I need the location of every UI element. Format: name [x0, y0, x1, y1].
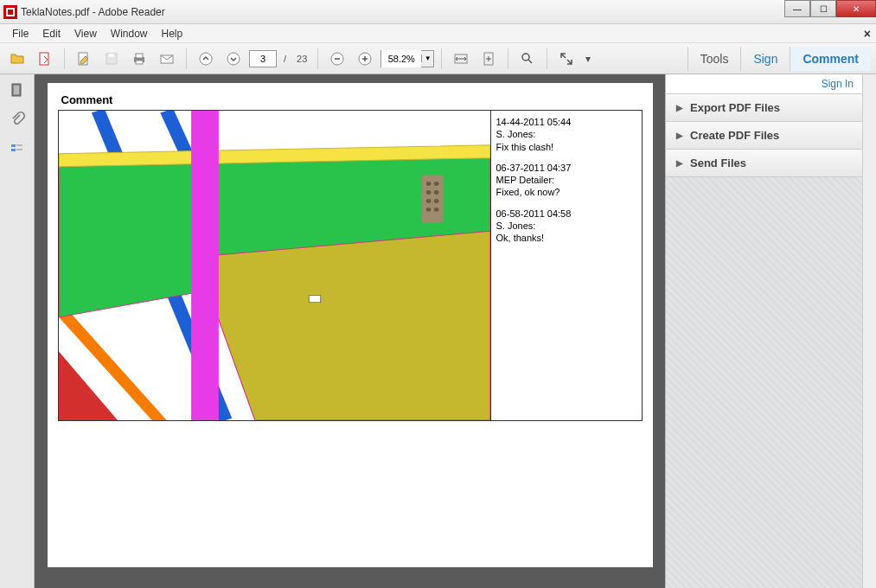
svg-rect-30 — [421, 176, 443, 223]
zoom-input-group[interactable]: ▼ — [380, 50, 434, 67]
email-icon[interactable] — [155, 47, 179, 71]
read-mode-icon[interactable] — [554, 47, 579, 71]
svg-point-31 — [425, 182, 431, 186]
menubar: File Edit View Window Help × — [0, 24, 876, 43]
svg-point-36 — [433, 199, 438, 203]
accordion-create-pdf[interactable]: ▶ Create PDF Files — [666, 122, 862, 150]
bookmarks-icon[interactable] — [9, 140, 26, 157]
attachments-icon[interactable] — [9, 111, 26, 128]
close-button[interactable]: ✕ — [836, 0, 876, 17]
page-down-icon[interactable] — [221, 47, 246, 71]
toolbar-separator — [317, 48, 318, 69]
panel-fill — [666, 177, 862, 588]
comment-author: MEP Detailer: — [496, 174, 636, 186]
comment-entry: 06-58-2011 04:58 S. Jones: Ok, thanks! — [496, 208, 636, 245]
main-area: Comment — [0, 74, 876, 588]
maximize-button[interactable]: ☐ — [810, 0, 836, 17]
menu-help[interactable]: Help — [155, 26, 190, 42]
page-heading: Comment — [61, 93, 643, 106]
toolbar-separator — [508, 48, 508, 69]
comment-entry: 14-44-2011 05:44 S. Jones: Fix this clas… — [496, 116, 636, 153]
comment-text: Fixed, ok now? — [496, 186, 636, 198]
svg-rect-9 — [136, 61, 143, 64]
fit-page-icon[interactable] — [476, 47, 501, 71]
accordion-label: Send Files — [690, 157, 746, 169]
comment-timestamp: 06-37-2011 04:37 — [496, 162, 636, 174]
zoom-out-icon[interactable] — [325, 47, 349, 71]
menu-file[interactable]: File — [5, 26, 35, 42]
app-icon — [3, 5, 17, 19]
titlebar: TeklaNotes.pdf - Adobe Reader — ☐ ✕ — [0, 0, 876, 24]
right-panel: Sign In ▶ Export PDF Files ▶ Create PDF … — [665, 74, 862, 588]
zoom-dropdown-icon[interactable]: ▼ — [421, 54, 433, 62]
svg-rect-20 — [11, 144, 16, 147]
vertical-scrollbar[interactable] — [862, 74, 876, 588]
comment-text: Ok, thanks! — [496, 232, 636, 244]
search-icon[interactable] — [515, 47, 540, 71]
tools-tab[interactable]: Tools — [687, 47, 741, 71]
svg-point-33 — [425, 190, 431, 195]
model-render — [59, 111, 490, 420]
page-number-input[interactable] — [249, 50, 277, 67]
chevron-right-icon: ▶ — [676, 131, 683, 140]
document-area[interactable]: Comment — [35, 74, 665, 588]
svg-point-32 — [433, 182, 438, 186]
toolbar-separator — [547, 48, 547, 69]
svg-point-11 — [200, 53, 212, 65]
zoom-input[interactable] — [381, 50, 421, 67]
edit-icon[interactable] — [72, 47, 96, 71]
toolbar: / 23 ▼ ▾ Tools Sign Comment — [0, 43, 876, 74]
chevron-right-icon: ▶ — [676, 103, 683, 112]
comment-timestamp: 06-58-2011 04:58 — [496, 208, 636, 220]
toolbar-separator — [64, 48, 65, 69]
page-content: 14-44-2011 05:44 S. Jones: Fix this clas… — [58, 110, 643, 421]
svg-point-34 — [433, 190, 438, 195]
toolbar-separator — [441, 48, 442, 69]
toolbar-separator — [186, 48, 187, 69]
accordion-label: Export PDF Files — [690, 101, 780, 114]
comment-entry: 06-37-2011 04:37 MEP Detailer: Fixed, ok… — [496, 162, 636, 199]
svg-rect-8 — [136, 54, 143, 58]
accordion-send-files[interactable]: ▶ Send Files — [666, 150, 862, 177]
svg-marker-28 — [195, 231, 489, 420]
accordion-label: Create PDF Files — [690, 129, 779, 142]
convert-icon[interactable] — [33, 47, 57, 71]
zoom-in-icon[interactable] — [353, 47, 377, 71]
svg-point-17 — [522, 54, 529, 61]
comment-author: S. Jones: — [496, 128, 636, 140]
print-icon[interactable] — [127, 47, 151, 71]
comments-column: 14-44-2011 05:44 S. Jones: Fix this clas… — [490, 111, 642, 420]
svg-point-38 — [433, 208, 438, 212]
save-icon[interactable] — [99, 47, 124, 71]
comment-author: S. Jones: — [496, 220, 636, 232]
svg-point-37 — [425, 208, 431, 212]
thumbnails-icon[interactable] — [9, 81, 26, 99]
menu-window[interactable]: Window — [104, 26, 155, 42]
menu-view[interactable]: View — [67, 26, 104, 42]
page-up-icon[interactable] — [194, 47, 218, 71]
accordion-export-pdf[interactable]: ▶ Export PDF Files — [666, 94, 862, 122]
menu-edit[interactable]: Edit — [35, 26, 67, 42]
open-icon[interactable] — [5, 47, 29, 71]
svg-point-35 — [425, 199, 431, 203]
document-close-icon[interactable]: × — [864, 27, 871, 41]
more-dropdown-icon[interactable]: ▾ — [582, 47, 594, 71]
window-controls: — ☐ ✕ — [784, 0, 876, 17]
svg-point-12 — [227, 53, 240, 65]
page-separator: / — [280, 54, 290, 64]
svg-rect-19 — [14, 86, 19, 94]
sign-in-link[interactable]: Sign In — [666, 74, 862, 94]
page-total: 23 — [293, 54, 310, 64]
comment-tab[interactable]: Comment — [790, 47, 871, 71]
sidebar-left — [0, 74, 35, 588]
svg-rect-21 — [11, 149, 16, 151]
minimize-button[interactable]: — — [784, 0, 810, 17]
render-view — [59, 111, 490, 420]
svg-rect-29 — [191, 111, 219, 420]
pdf-page: Comment — [48, 83, 653, 567]
fit-width-icon[interactable] — [449, 47, 473, 71]
svg-line-25 — [166, 111, 186, 154]
toolbar-right: Tools Sign Comment — [687, 47, 871, 71]
comment-text: Fix this clash! — [496, 141, 636, 153]
sign-tab[interactable]: Sign — [740, 47, 790, 71]
